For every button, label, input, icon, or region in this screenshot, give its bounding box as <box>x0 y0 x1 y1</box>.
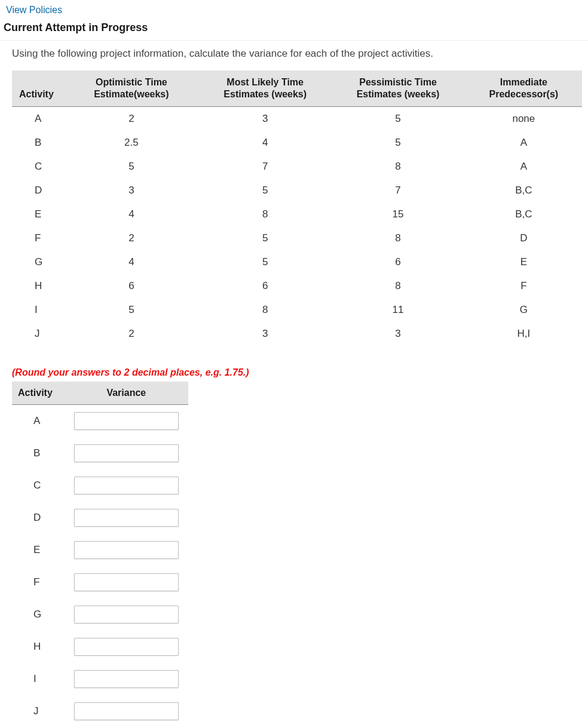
answer-activity-label: H <box>12 631 65 663</box>
cell-most_likely: 5 <box>200 250 330 274</box>
cell-predecessor: G <box>466 298 582 322</box>
ans-col-variance: Variance <box>65 382 188 405</box>
variance-input-d[interactable] <box>74 509 179 527</box>
cell-pessimistic: 8 <box>330 155 465 179</box>
cell-predecessor: B,C <box>466 179 582 202</box>
cell-pessimistic: 7 <box>330 179 465 202</box>
col-pessimistic: Pessimistic Time Estimates (weeks) <box>330 70 465 107</box>
variance-input-i[interactable] <box>74 670 179 688</box>
answer-activity-label: F <box>12 566 65 598</box>
col-predecessor: Immediate Predecessor(s) <box>466 70 582 107</box>
variance-input-g[interactable] <box>74 606 179 623</box>
variance-input-h[interactable] <box>74 638 179 656</box>
cell-pessimistic: 11 <box>330 298 465 322</box>
cell-predecessor: F <box>466 274 582 298</box>
table-row: H668F <box>12 274 582 298</box>
answer-row: G <box>12 598 188 631</box>
answer-cell <box>65 631 188 663</box>
col-activity: Activity <box>12 70 63 107</box>
cell-predecessor: A <box>466 155 582 179</box>
variance-input-c[interactable] <box>74 477 179 494</box>
cell-predecessor: H,I <box>466 322 582 346</box>
cell-pessimistic: 8 <box>330 226 465 250</box>
variance-input-b[interactable] <box>74 444 179 462</box>
answer-row: F <box>12 566 188 598</box>
cell-optimistic: 6 <box>63 274 200 298</box>
answer-row: J <box>12 695 188 727</box>
variance-input-j[interactable] <box>74 702 179 720</box>
variance-input-a[interactable] <box>74 412 179 430</box>
table-row: I5811G <box>12 298 582 322</box>
answer-activity-label: C <box>12 469 65 502</box>
question-body: Using the following project information,… <box>0 41 588 727</box>
cell-pessimistic: 3 <box>330 322 465 346</box>
cell-activity: A <box>12 107 63 131</box>
table-row: F258D <box>12 226 582 250</box>
answer-activity-label: J <box>12 695 65 727</box>
cell-optimistic: 4 <box>63 250 200 274</box>
attempt-heading: Current Attempt in Progress <box>0 18 588 41</box>
variance-answer-table: Activity Variance ABCDEFGHIJ <box>12 382 188 727</box>
cell-activity: G <box>12 250 63 274</box>
cell-pessimistic: 15 <box>330 202 465 226</box>
col-optimistic: Optimistic Time Estimate(weeks) <box>63 70 200 107</box>
ans-col-activity: Activity <box>12 382 65 405</box>
table-row: B2.545A <box>12 131 582 155</box>
answer-cell <box>65 534 188 566</box>
cell-pessimistic: 5 <box>330 131 465 155</box>
project-data-table: Activity Optimistic Time Estimate(weeks)… <box>12 70 582 346</box>
table-row: E4815B,C <box>12 202 582 226</box>
cell-activity: I <box>12 298 63 322</box>
answer-cell <box>65 405 188 438</box>
cell-most_likely: 3 <box>200 322 330 346</box>
answer-activity-label: E <box>12 534 65 566</box>
answer-activity-label: G <box>12 598 65 631</box>
variance-input-f[interactable] <box>74 573 179 591</box>
cell-pessimistic: 6 <box>330 250 465 274</box>
cell-predecessor: none <box>466 107 582 131</box>
answer-row: A <box>12 405 188 438</box>
table-row: G456E <box>12 250 582 274</box>
variance-input-e[interactable] <box>74 541 179 559</box>
cell-optimistic: 2 <box>63 322 200 346</box>
cell-most_likely: 5 <box>200 226 330 250</box>
cell-predecessor: D <box>466 226 582 250</box>
view-policies-link[interactable]: View Policies <box>0 0 588 18</box>
table-row: J233H,I <box>12 322 582 346</box>
answer-row: E <box>12 534 188 566</box>
cell-most_likely: 4 <box>200 131 330 155</box>
cell-most_likely: 8 <box>200 202 330 226</box>
cell-optimistic: 5 <box>63 298 200 322</box>
cell-optimistic: 2 <box>63 107 200 131</box>
answer-row: H <box>12 631 188 663</box>
question-prompt: Using the following project information,… <box>12 48 582 60</box>
cell-predecessor: A <box>466 131 582 155</box>
cell-optimistic: 3 <box>63 179 200 202</box>
cell-optimistic: 5 <box>63 155 200 179</box>
answer-activity-label: A <box>12 405 65 438</box>
cell-most_likely: 6 <box>200 274 330 298</box>
answer-activity-label: D <box>12 502 65 534</box>
cell-optimistic: 4 <box>63 202 200 226</box>
cell-optimistic: 2.5 <box>63 131 200 155</box>
cell-activity: B <box>12 131 63 155</box>
answer-activity-label: B <box>12 437 65 469</box>
cell-optimistic: 2 <box>63 226 200 250</box>
answer-row: B <box>12 437 188 469</box>
cell-most_likely: 5 <box>200 179 330 202</box>
answer-cell <box>65 695 188 727</box>
answer-row: D <box>12 502 188 534</box>
answer-cell <box>65 663 188 695</box>
cell-pessimistic: 8 <box>330 274 465 298</box>
rounding-note: (Round your answers to 2 decimal places,… <box>12 367 582 378</box>
answer-cell <box>65 598 188 631</box>
cell-activity: H <box>12 274 63 298</box>
cell-activity: F <box>12 226 63 250</box>
answer-cell <box>65 437 188 469</box>
cell-most_likely: 7 <box>200 155 330 179</box>
answer-activity-label: I <box>12 663 65 695</box>
table-row: D357B,C <box>12 179 582 202</box>
cell-most_likely: 3 <box>200 107 330 131</box>
answer-row: I <box>12 663 188 695</box>
answer-cell <box>65 469 188 502</box>
